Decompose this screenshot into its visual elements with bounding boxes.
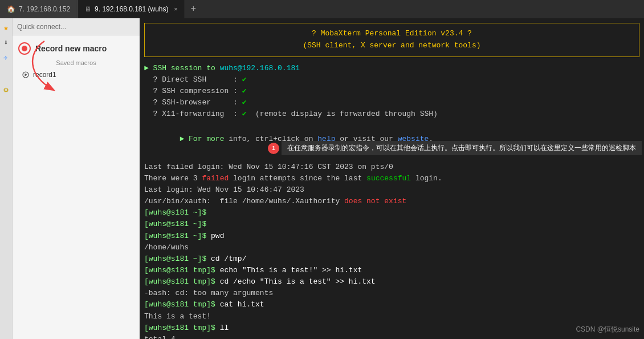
ssh-browser-line: ? SSH-browser : ✔ <box>144 97 639 108</box>
terminal-area[interactable]: ? MobaXterm Personal Edition v23.4 ? (SS… <box>140 18 644 339</box>
svg-marker-1 <box>25 74 28 76</box>
welcome-line-2: (SSH client, X server and network tools) <box>154 40 630 52</box>
record-dot <box>22 46 27 51</box>
session-info: ► SSH session to wuhs@192.168.0.181 ? Di… <box>144 63 639 120</box>
output-line-7: [wuhs@s181 ~]$ pwd <box>144 231 639 242</box>
output-line-12: -bash: cd: too many arguments <box>144 288 639 299</box>
send-icon[interactable]: ✈ <box>4 53 9 62</box>
output-line-10: [wuhs@s181 tmp]$ echo "This is a test!" … <box>144 265 639 276</box>
star-icon[interactable]: ★ <box>3 23 8 33</box>
record-macro-label: Record new macro <box>35 44 107 53</box>
welcome-box: ? MobaXterm Personal Edition v23.4 ? (SS… <box>144 23 639 57</box>
ssh-compression-line: ? SSH compression : ✔ <box>144 86 639 97</box>
tab-add-button[interactable]: + <box>185 4 202 14</box>
tab-1-icon: 🏠 <box>7 5 15 14</box>
output-line-16: total 4 <box>144 334 639 339</box>
tab-1-label: 7. 192.168.0.152 <box>19 5 70 13</box>
output-line-4: /usr/bin/xauth: file /home/wuhs/.Xauthor… <box>144 196 639 207</box>
output-line-1: Last failed login: Wed Nov 15 10:47:16 C… <box>144 162 639 173</box>
output-line-15: [wuhs@s181 tmp]$ ll <box>144 322 639 334</box>
output-line-3: Last login: Wed Nov 15 10:46:47 2023 <box>144 184 639 196</box>
record-macro-section: Record new macro Saved macros record1 <box>13 35 140 86</box>
tab-1[interactable]: 🏠 7. 192.168.0.152 <box>0 0 78 18</box>
help-line: ► For more info, ctrl+click on help or v… <box>144 122 639 156</box>
record-macro-button[interactable]: Record new macro <box>18 40 134 57</box>
tab-2-label: 9. 192.168.0.181 (wuhs) <box>95 5 168 13</box>
left-icon-strip: ★ ⬇ ✈ ⚙ <box>0 18 13 339</box>
macro-item-record1[interactable]: record1 <box>18 68 134 81</box>
output-line-11: [wuhs@s181 tmp]$ cd /echo "This is a tes… <box>144 276 639 288</box>
output-line-8: /home/wuhs <box>144 242 639 253</box>
macro-name: record1 <box>33 71 56 79</box>
record-icon <box>18 42 31 55</box>
tab-2-close-icon[interactable]: ✕ <box>174 6 178 13</box>
output-line-14: This is a test! <box>144 311 639 322</box>
saved-macros-label: Saved macros <box>18 59 134 66</box>
tab-bar: 🏠 7. 192.168.0.152 🖥 9. 192.168.0.181 (w… <box>0 0 644 18</box>
quick-connect-label: Quick connect... <box>17 23 66 31</box>
ssh-session-line: ► SSH session to wuhs@192.168.0.181 <box>144 63 639 74</box>
output-line-2: There were 3 failed login attempts since… <box>144 173 639 184</box>
download-icon[interactable]: ⬇ <box>4 38 9 47</box>
output-line-13: [wuhs@s181 tmp]$ cat hi.txt <box>144 299 639 310</box>
main-content: ★ ⬇ ✈ ⚙ Quick connect... Record ne <box>0 18 644 339</box>
welcome-line-1: ? MobaXterm Personal Edition v23.4 ? <box>154 28 630 40</box>
x11-forwarding-line: ? X11-forwarding : ✔ (remote display is … <box>144 108 639 120</box>
tab-2-icon: 🖥 <box>84 5 91 14</box>
watermark: CSDN @恒悦sunsite <box>576 325 639 334</box>
macro-play-icon <box>22 71 30 79</box>
settings-icon[interactable]: ⚙ <box>3 85 8 95</box>
direct-ssh-line: ? Direct SSH : ✔ <box>144 74 639 86</box>
output-line-5: [wuhs@s181 ~]$ <box>144 207 639 219</box>
sidebar: ★ ⬇ ✈ ⚙ Quick connect... Record ne <box>0 18 140 339</box>
output-line-9: [wuhs@s181 ~]$ cd /tmp/ <box>144 253 639 265</box>
quick-connect-bar[interactable]: Quick connect... <box>13 18 140 35</box>
output-line-6: [wuhs@s181 ~]$ <box>144 219 639 230</box>
tab-2[interactable]: 🖥 9. 192.168.0.181 (wuhs) ✕ <box>78 0 185 18</box>
sidebar-inner: Quick connect... Record new macro Saved … <box>13 18 140 339</box>
terminal-output: Last failed login: Wed Nov 15 10:47:16 C… <box>144 162 639 339</box>
